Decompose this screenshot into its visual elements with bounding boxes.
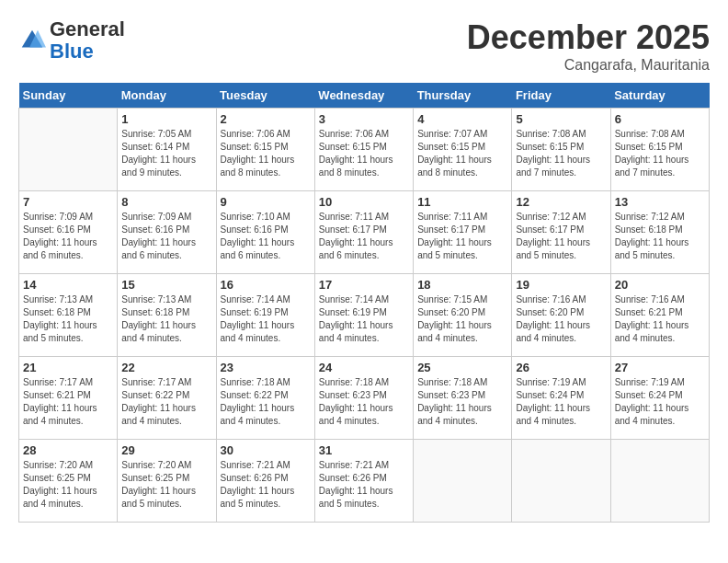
day-number: 7 [23,195,113,209]
calendar-cell [414,440,512,523]
day-number: 13 [615,195,705,209]
day-info: Sunrise: 7:21 AMSunset: 6:26 PMDaylight:… [319,459,409,511]
day-number: 28 [23,443,113,457]
calendar-cell: 21Sunrise: 7:17 AMSunset: 6:21 PMDayligh… [19,357,118,440]
day-info: Sunrise: 7:05 AMSunset: 6:14 PMDaylight:… [121,128,211,179]
day-number: 16 [221,278,311,292]
month-title: December 2025 [467,18,710,57]
calendar-cell: 15Sunrise: 7:13 AMSunset: 6:18 PMDayligh… [118,274,216,357]
calendar-cell: 19Sunrise: 7:16 AMSunset: 6:20 PMDayligh… [512,274,610,357]
calendar-week-row: 14Sunrise: 7:13 AMSunset: 6:18 PMDayligh… [19,274,710,357]
title-block: December 2025 Cangarafa, Mauritania [467,18,710,74]
day-number: 30 [221,443,311,457]
calendar-cell: 8Sunrise: 7:09 AMSunset: 6:16 PMDaylight… [118,191,216,274]
day-info: Sunrise: 7:07 AMSunset: 6:15 PMDaylight:… [417,128,507,179]
day-number: 9 [221,195,311,209]
calendar-cell: 6Sunrise: 7:08 AMSunset: 6:15 PMDaylight… [610,109,709,191]
weekday-header: Saturday [610,83,709,109]
calendar-cell: 26Sunrise: 7:19 AMSunset: 6:24 PMDayligh… [512,357,610,440]
day-info: Sunrise: 7:12 AMSunset: 6:17 PMDaylight:… [516,211,606,262]
calendar-cell: 1Sunrise: 7:05 AMSunset: 6:14 PMDaylight… [118,109,216,191]
weekday-header: Wednesday [314,83,413,109]
calendar-cell: 2Sunrise: 7:06 AMSunset: 6:15 PMDaylight… [216,109,314,191]
calendar-cell: 28Sunrise: 7:20 AMSunset: 6:25 PMDayligh… [19,440,118,523]
day-number: 10 [319,195,409,209]
day-info: Sunrise: 7:15 AMSunset: 6:20 PMDaylight:… [417,293,507,345]
calendar-cell: 20Sunrise: 7:16 AMSunset: 6:21 PMDayligh… [610,274,709,357]
day-number: 22 [121,361,211,374]
day-info: Sunrise: 7:18 AMSunset: 6:23 PMDaylight:… [417,376,507,428]
day-number: 25 [417,361,507,374]
calendar-cell: 23Sunrise: 7:18 AMSunset: 6:22 PMDayligh… [216,357,314,440]
day-number: 5 [516,112,606,126]
calendar-cell: 14Sunrise: 7:13 AMSunset: 6:18 PMDayligh… [19,274,118,357]
calendar-cell: 7Sunrise: 7:09 AMSunset: 6:16 PMDaylight… [19,191,118,274]
day-info: Sunrise: 7:17 AMSunset: 6:21 PMDaylight:… [23,376,113,428]
calendar-cell: 31Sunrise: 7:21 AMSunset: 6:26 PMDayligh… [314,440,413,523]
day-number: 17 [319,278,409,292]
calendar-week-row: 28Sunrise: 7:20 AMSunset: 6:25 PMDayligh… [19,440,710,523]
day-info: Sunrise: 7:13 AMSunset: 6:18 PMDaylight:… [121,293,211,345]
logo-icon [18,27,46,54]
calendar-cell: 3Sunrise: 7:06 AMSunset: 6:15 PMDaylight… [314,109,413,191]
day-number: 12 [516,195,606,209]
calendar-table: SundayMondayTuesdayWednesdayThursdayFrid… [18,83,710,523]
calendar-cell: 10Sunrise: 7:11 AMSunset: 6:17 PMDayligh… [314,191,413,274]
day-info: Sunrise: 7:11 AMSunset: 6:17 PMDaylight:… [417,211,507,262]
day-info: Sunrise: 7:20 AMSunset: 6:25 PMDaylight:… [23,459,113,511]
day-number: 31 [319,443,409,457]
day-number: 20 [615,278,705,292]
day-number: 15 [121,278,211,292]
calendar-cell [512,440,610,523]
day-number: 18 [417,278,507,292]
day-info: Sunrise: 7:06 AMSunset: 6:15 PMDaylight:… [319,128,409,179]
logo-general-text: General [50,17,125,40]
day-number: 27 [615,361,705,374]
weekday-header: Sunday [19,83,118,109]
day-info: Sunrise: 7:19 AMSunset: 6:24 PMDaylight:… [516,376,606,428]
weekday-header: Friday [512,83,610,109]
calendar-cell: 18Sunrise: 7:15 AMSunset: 6:20 PMDayligh… [414,274,512,357]
day-info: Sunrise: 7:09 AMSunset: 6:16 PMDaylight:… [23,211,113,262]
calendar-week-row: 21Sunrise: 7:17 AMSunset: 6:21 PMDayligh… [19,357,710,440]
day-info: Sunrise: 7:18 AMSunset: 6:23 PMDaylight:… [319,376,409,428]
logo-blue-text: Blue [50,40,94,63]
day-number: 21 [23,361,113,374]
day-number: 2 [221,112,311,126]
day-number: 8 [121,195,211,209]
day-number: 19 [516,278,606,292]
calendar-cell: 27Sunrise: 7:19 AMSunset: 6:24 PMDayligh… [610,357,709,440]
day-number: 24 [319,361,409,374]
calendar-cell: 30Sunrise: 7:21 AMSunset: 6:26 PMDayligh… [216,440,314,523]
day-info: Sunrise: 7:18 AMSunset: 6:22 PMDaylight:… [221,376,311,428]
calendar-cell: 29Sunrise: 7:20 AMSunset: 6:25 PMDayligh… [118,440,216,523]
calendar-cell [610,440,709,523]
day-info: Sunrise: 7:12 AMSunset: 6:18 PMDaylight:… [615,211,705,262]
calendar-cell: 4Sunrise: 7:07 AMSunset: 6:15 PMDaylight… [414,109,512,191]
weekday-header: Thursday [414,83,512,109]
calendar-week-row: 7Sunrise: 7:09 AMSunset: 6:16 PMDaylight… [19,191,710,274]
calendar-cell: 17Sunrise: 7:14 AMSunset: 6:19 PMDayligh… [314,274,413,357]
logo: General Blue [18,18,125,63]
calendar-cell: 25Sunrise: 7:18 AMSunset: 6:23 PMDayligh… [414,357,512,440]
weekday-header: Tuesday [216,83,314,109]
day-number: 3 [319,112,409,126]
page-header: General Blue December 2025 Cangarafa, Ma… [18,18,710,74]
calendar-cell: 16Sunrise: 7:14 AMSunset: 6:19 PMDayligh… [216,274,314,357]
calendar-cell: 5Sunrise: 7:08 AMSunset: 6:15 PMDaylight… [512,109,610,191]
calendar-cell: 11Sunrise: 7:11 AMSunset: 6:17 PMDayligh… [414,191,512,274]
day-number: 1 [121,112,211,126]
day-info: Sunrise: 7:10 AMSunset: 6:16 PMDaylight:… [221,211,311,262]
day-number: 6 [615,112,705,126]
day-info: Sunrise: 7:08 AMSunset: 6:15 PMDaylight:… [516,128,606,179]
day-info: Sunrise: 7:08 AMSunset: 6:15 PMDaylight:… [615,128,705,179]
day-info: Sunrise: 7:14 AMSunset: 6:19 PMDaylight:… [319,293,409,345]
day-number: 26 [516,361,606,374]
calendar-cell [19,109,118,191]
day-info: Sunrise: 7:21 AMSunset: 6:26 PMDaylight:… [221,459,311,511]
weekday-header-row: SundayMondayTuesdayWednesdayThursdayFrid… [19,83,710,109]
day-info: Sunrise: 7:19 AMSunset: 6:24 PMDaylight:… [615,376,705,428]
day-info: Sunrise: 7:13 AMSunset: 6:18 PMDaylight:… [23,293,113,345]
calendar-week-row: 1Sunrise: 7:05 AMSunset: 6:14 PMDaylight… [19,109,710,191]
day-info: Sunrise: 7:17 AMSunset: 6:22 PMDaylight:… [121,376,211,428]
